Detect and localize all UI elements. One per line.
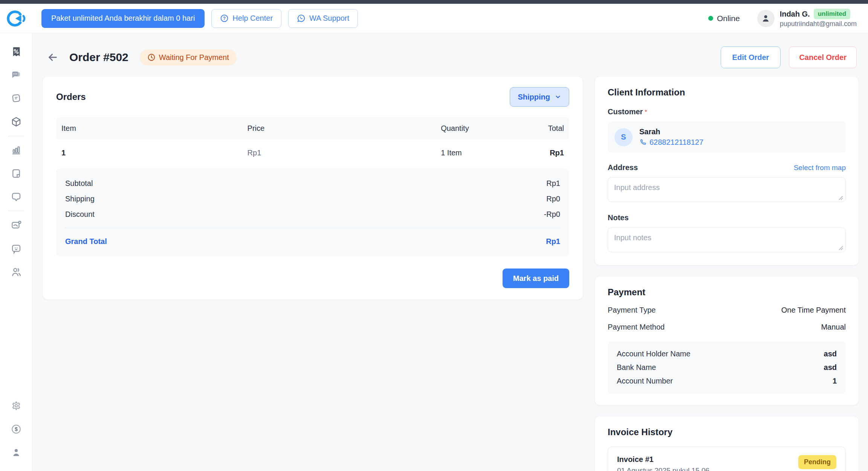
order-table-header: Item Price Quantity Total	[56, 117, 569, 140]
customer-details: Sarah 6288212118127	[639, 127, 703, 147]
plan-expiry-banner-button[interactable]: Paket unlimited Anda berakhir dalam 0 ha…	[41, 9, 205, 28]
sidebar-item-settings[interactable]	[8, 397, 25, 414]
sidebar-item-notes[interactable]	[8, 90, 25, 107]
online-label: Online	[717, 14, 740, 23]
chat-bubble-icon	[11, 191, 22, 203]
whatsapp-icon	[297, 14, 306, 23]
sidebar-item-chatbot[interactable]	[8, 240, 25, 257]
status-badge-label: Waiting For Payment	[159, 53, 229, 62]
customer-phone-link[interactable]: 6288212118127	[639, 138, 703, 147]
client-information-card: Client Information Customer* S Sarah	[594, 76, 859, 265]
online-dot-icon	[708, 16, 713, 21]
svg-text:?: ?	[223, 16, 226, 21]
address-label: Address	[608, 163, 638, 172]
app-logo-icon	[6, 8, 26, 29]
analytics-icon	[11, 144, 22, 156]
help-center-button[interactable]: ? Help Center	[211, 9, 281, 28]
client-information-title: Client Information	[608, 87, 846, 98]
contacts-icon	[11, 266, 22, 278]
invoice-status-badge: Pending	[798, 455, 836, 469]
customer-phone: 6288212118127	[649, 138, 703, 147]
sidebar-item-catalog[interactable]	[8, 165, 25, 182]
row-quantity: 1 Item	[441, 149, 513, 157]
discount-icon	[11, 46, 22, 57]
broadcast-icon	[11, 219, 22, 231]
status-badge: Waiting For Payment	[140, 49, 237, 66]
sidebar-item-chats[interactable]	[8, 66, 25, 84]
help-icon: ?	[220, 14, 229, 23]
cancel-order-button[interactable]: Cancel Order	[789, 46, 857, 68]
chats-icon	[11, 69, 22, 81]
sidebar-item-analytics[interactable]	[8, 141, 25, 159]
sidebar-item-discount[interactable]	[8, 43, 25, 60]
user-name: Indah G.	[780, 10, 810, 18]
sidebar-item-account[interactable]	[8, 444, 25, 461]
back-button[interactable]	[44, 49, 61, 66]
invoice-name: Invoice #1	[617, 455, 709, 464]
wa-support-button[interactable]: WA Support	[288, 9, 358, 28]
sidebar-item-orders[interactable]	[8, 113, 25, 130]
order-table-row: 1 Rp1 1 Item Rp1	[56, 140, 569, 169]
subtotal-label: Subtotal	[65, 179, 93, 188]
address-input[interactable]	[608, 177, 846, 202]
grand-total-label: Grand Total	[65, 237, 107, 246]
account-number-label: Account Number	[617, 377, 673, 385]
page-header: Order #502 Waiting For Payment Edit Orde…	[42, 41, 859, 73]
account-holder-value: asd	[824, 350, 837, 358]
invoice-history-title: Invoice History	[608, 427, 846, 437]
sidebar-item-contacts[interactable]	[8, 263, 25, 281]
svg-text:$: $	[15, 426, 18, 432]
sidebar: $	[0, 33, 32, 471]
help-center-label: Help Center	[232, 14, 273, 23]
orders-card: Orders Shipping Item Price Quantity Tota…	[42, 76, 583, 300]
sidebar-item-chat[interactable]	[8, 188, 25, 206]
chatbot-icon	[11, 243, 22, 254]
order-detail-page: Paket unlimited Anda berakhir dalam 0 ha…	[0, 0, 868, 471]
col-price: Price	[248, 124, 441, 133]
user-info: Indah G. unlimited puputriindaht@gmail.c…	[780, 9, 857, 28]
customer-name: Sarah	[639, 127, 703, 136]
shipping-value: Rp0	[546, 195, 560, 203]
phone-icon	[639, 139, 646, 146]
avatar	[757, 10, 775, 27]
user-menu[interactable]: Indah G. unlimited puputriindaht@gmail.c…	[757, 9, 857, 28]
sidebar-divider	[8, 211, 24, 211]
notes-input[interactable]	[608, 227, 846, 252]
select-from-map-link[interactable]: Select from map	[794, 164, 846, 172]
orders-title: Orders	[56, 92, 86, 102]
mark-as-paid-button[interactable]: Mark as paid	[503, 268, 569, 288]
customer-card[interactable]: S Sarah 6288212118127	[608, 121, 846, 153]
profile-icon	[11, 447, 22, 458]
chevron-down-icon	[555, 94, 561, 100]
col-quantity: Quantity	[441, 124, 513, 133]
app-logo[interactable]	[5, 7, 28, 30]
window-top-strip	[0, 0, 868, 4]
notes-icon	[11, 93, 22, 104]
order-summary: Subtotal Rp1 Shipping Rp0 Discount -Rp0	[56, 169, 569, 256]
shipping-dropdown-label: Shipping	[518, 93, 550, 101]
sidebar-divider	[8, 136, 24, 136]
content-area: Order #502 Waiting For Payment Edit Orde…	[32, 33, 868, 471]
gear-icon	[11, 400, 22, 411]
invoice-item: Invoice #1 01 Agustus 2025 pukul 15.06 P…	[608, 446, 846, 471]
bank-name-value: asd	[824, 363, 837, 372]
notes-label: Notes	[608, 213, 846, 222]
payment-card: Payment Payment Type One Time Payment Pa…	[594, 276, 859, 405]
edit-order-button[interactable]: Edit Order	[721, 46, 781, 68]
sidebar-item-broadcast[interactable]	[8, 216, 25, 234]
invoice-history-card: Invoice History Invoice #1 01 Agustus 20…	[594, 416, 859, 471]
clock-icon	[147, 53, 156, 61]
arrow-left-icon	[47, 51, 59, 63]
row-item: 1	[61, 149, 248, 157]
sidebar-item-billing[interactable]: $	[8, 420, 25, 438]
catalog-icon	[11, 168, 22, 179]
account-number-value: 1	[833, 377, 837, 385]
payment-method-value: Manual	[821, 323, 846, 331]
page-title: Order #502	[69, 51, 128, 64]
bank-name-label: Bank Name	[617, 363, 656, 372]
online-status: Online	[708, 14, 740, 23]
shipping-dropdown[interactable]: Shipping	[510, 87, 569, 107]
wa-support-label: WA Support	[309, 14, 349, 23]
col-total: Total	[514, 124, 564, 133]
invoice-datetime: 01 Agustus 2025 pukul 15.06	[617, 466, 709, 471]
